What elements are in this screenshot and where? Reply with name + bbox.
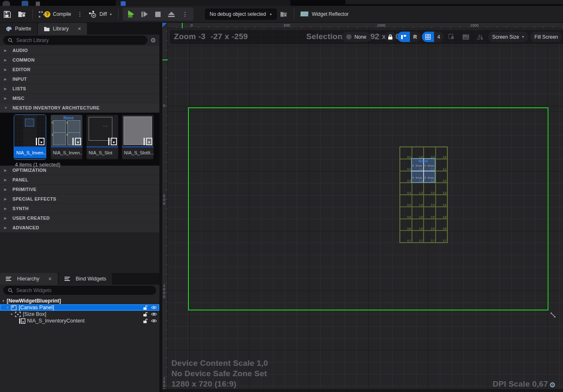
category-row[interactable]: ▶AUDIO (0, 46, 159, 55)
canvas-panel-selection-outline[interactable] (188, 107, 548, 310)
diff-chevron-icon: ▼ (109, 13, 112, 16)
dashed-outline-icon (375, 34, 380, 40)
browse-debug-button[interactable] (277, 8, 291, 20)
category-row[interactable]: ▶USER CREATED (0, 213, 159, 223)
resize-handle-icon[interactable] (549, 311, 557, 319)
category-row[interactable]: ▶LISTS (0, 84, 159, 94)
library-search-input[interactable]: Search Library (3, 36, 147, 45)
lock-open-icon[interactable] (143, 312, 148, 317)
preview-background-button[interactable] (459, 32, 472, 42)
tab-bind-widgets[interactable]: Bind Widgets (59, 273, 112, 285)
diff-button[interactable]: Diff ▼ (85, 8, 116, 20)
category-label: LISTS (12, 86, 26, 91)
category-row[interactable]: ▶MISC (0, 94, 159, 103)
visibility-eye-icon[interactable] (151, 305, 157, 310)
library-settings-gear-icon[interactable]: ⚙ (151, 37, 156, 44)
expander-icon[interactable]: ▼ (2, 299, 7, 303)
asset-card[interactable]: 0123None♥NIA_S_Inven... (51, 115, 82, 159)
safe-zone-text: No Device Safe Zone Set (171, 369, 267, 378)
debug-chevron-icon: ▼ (269, 13, 272, 16)
play-button[interactable] (124, 7, 138, 21)
tab-close-icon[interactable]: ✕ (48, 276, 52, 282)
items-status-text: 4 items (1 selected) (15, 162, 60, 168)
expander-icon[interactable]: ▼ (6, 306, 11, 310)
category-row[interactable]: ▶SYNTH (0, 204, 159, 213)
grid-snap-value[interactable]: 4 (434, 32, 444, 42)
asset-thumbnail: ♥ (122, 115, 154, 146)
browse-asset-button[interactable] (15, 8, 30, 20)
asset-card[interactable]: ♥NIA_S_SlotIt... (122, 115, 154, 159)
compile-button[interactable]: ? Compile (35, 8, 74, 20)
asset-card[interactable]: ×, ×♥NIA_S_Slot (87, 115, 118, 159)
select-mode-button[interactable] (445, 32, 458, 42)
asset-card[interactable]: ♥NIA_S_Inven... (14, 115, 46, 159)
category-row[interactable]: ▶ADVANCED (0, 223, 159, 233)
fill-screen-button[interactable]: Fill Screen (530, 32, 562, 42)
screen-size-chevron-icon: ▼ (521, 35, 524, 38)
ruler-cursor-marker (162, 60, 168, 60)
tree-row-sizebox[interactable]: ▼[Size Box] (0, 311, 159, 318)
compile-grid-icon (39, 11, 45, 17)
play-controls-group: ⋮ (123, 7, 193, 21)
fill-screen-label: Fill Screen (534, 34, 558, 40)
widget-reflector-icon (300, 11, 309, 18)
eject-button[interactable] (164, 7, 179, 21)
category-row[interactable]: ▶COMMON (0, 55, 159, 65)
palette-categories-bottom: ▶OPTIMIZATION▶PANEL▶PRIMITIVE▶SPECIAL EF… (0, 166, 159, 233)
tree-row-niasinventorycontent[interactable]: NIA_S_InventoryContent (0, 318, 159, 324)
expander-icon[interactable]: ▼ (10, 313, 15, 316)
lock-open-icon[interactable] (143, 318, 148, 323)
stop-button[interactable] (151, 7, 164, 21)
expander-icon: ▶ (4, 188, 8, 191)
active-editor-tab[interactable] (116, 0, 290, 6)
grid-icon (425, 34, 431, 40)
palette-tab-bar: Palette Library ✕ (0, 23, 159, 35)
tab-close-icon[interactable]: ✕ (77, 26, 81, 32)
palette-categories-top: ▶AUDIO▶COMMON▶EDITOR▶INPUT▶LISTS▶MISC (0, 46, 159, 103)
tab-palette-label: Palette (15, 26, 31, 32)
asset-card-label: NIA_S_Slot (87, 147, 118, 158)
dpi-settings-gear-icon[interactable]: ⚙ (549, 381, 556, 390)
inventory-content-widget[interactable]: None 0Empty 1Empty 2Empty 3Empty (411, 158, 435, 183)
compile-options-menu[interactable]: ⋮ (74, 11, 85, 17)
category-row[interactable]: ▶INPUT (0, 74, 159, 84)
ruler-number: 500 (284, 23, 290, 27)
tree-row-label: [Size Box] (23, 311, 46, 317)
category-row[interactable]: ▶SPECIAL EFFECTS (0, 194, 159, 204)
lock-widgets-toggle[interactable] (385, 32, 396, 42)
eject-icon (168, 12, 175, 17)
visibility-eye-icon[interactable] (151, 312, 157, 316)
localization-preview-dropdown[interactable]: None (342, 32, 371, 42)
widget-reflector-button[interactable]: Widget Reflector (297, 8, 352, 20)
tab-hierarchy[interactable]: Hierarchy ✕ (0, 273, 58, 285)
category-row[interactable]: ▶EDITOR (0, 65, 159, 74)
outline-mode-button[interactable] (397, 32, 410, 42)
tab-palette[interactable]: Palette (0, 23, 37, 35)
frame-skip-button[interactable] (138, 7, 151, 21)
panel-splitter[interactable] (159, 23, 162, 392)
ruler-number: 1000 (377, 23, 385, 27)
lock-open-icon[interactable] (143, 305, 148, 310)
image-icon (462, 34, 469, 40)
visibility-eye-icon[interactable] (151, 319, 157, 323)
category-nested-inventory-architecture[interactable]: ▼ NESTED INVENTORY ARCHITECTURE (0, 103, 159, 113)
debug-object-dropdown[interactable]: No debug object selected ▼ (205, 9, 277, 20)
left-panel: Palette Library ✕ Search Library ⚙ ▶AUDI… (0, 23, 159, 392)
category-label: USER CREATED (12, 216, 50, 221)
widget-search-input[interactable]: Search Widgets (3, 286, 156, 295)
tab-library[interactable]: Library ✕ (38, 23, 87, 35)
play-options-menu[interactable]: ⋮ (179, 7, 192, 21)
tree-row-canvaspanel[interactable]: ▼[Canvas Panel] (0, 304, 159, 311)
screen-size-dropdown[interactable]: Screen Size ▼ (488, 32, 529, 42)
save-button[interactable] (0, 8, 15, 20)
thumb-grid-cell (67, 120, 80, 133)
grid-snap-toggle[interactable] (422, 32, 434, 42)
category-row[interactable]: ▶PANEL (0, 175, 159, 185)
selection-outline-toggle[interactable] (372, 32, 383, 42)
category-row[interactable]: ▶PRIMITIVE (0, 185, 159, 194)
flip-preview-button[interactable] (474, 32, 486, 42)
tree-row-newwidgetblueprint[interactable]: ▼[NewWidgetBlueprint] (0, 298, 159, 304)
zoom-level-text: Zoom -3 (174, 32, 206, 41)
respect-locks-button[interactable]: R (410, 32, 420, 42)
window-tab-icon (22, 1, 28, 6)
